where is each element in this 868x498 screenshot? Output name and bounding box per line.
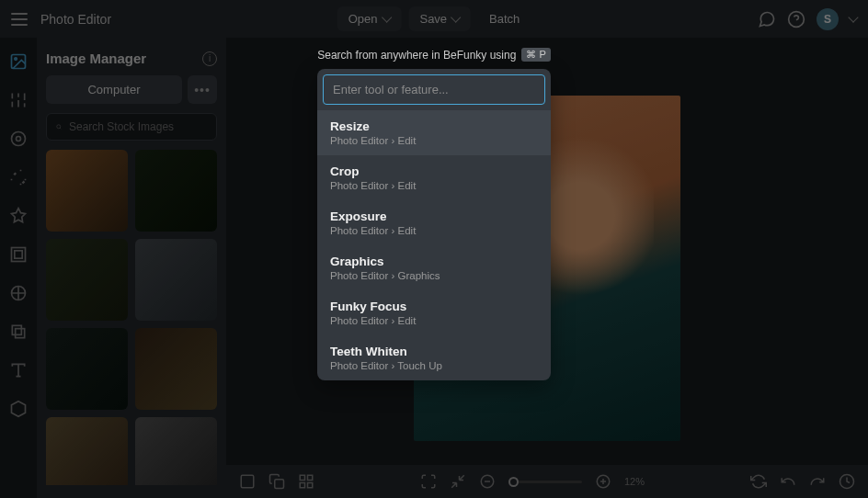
- palette-item-graphics[interactable]: Graphics Photo Editor › Graphics: [317, 245, 551, 290]
- palette-item-resize[interactable]: Resize Photo Editor › Edit: [317, 110, 551, 155]
- palette-list: Resize Photo Editor › Edit Crop Photo Ed…: [317, 110, 551, 380]
- palette-item-funky-focus[interactable]: Funky Focus Photo Editor › Edit: [317, 290, 551, 335]
- command-palette-overlay[interactable]: Search from anywhere in BeFunky using ⌘ …: [0, 0, 868, 498]
- palette-hint: Search from anywhere in BeFunky using ⌘ …: [317, 48, 551, 62]
- palette-item-teeth-whiten[interactable]: Teeth Whiten Photo Editor › Touch Up: [317, 335, 551, 380]
- palette-search-input[interactable]: [323, 74, 545, 105]
- kbd-shortcut: ⌘ P: [521, 48, 550, 62]
- palette-item-exposure[interactable]: Exposure Photo Editor › Edit: [317, 200, 551, 245]
- command-palette: Resize Photo Editor › Edit Crop Photo Ed…: [317, 69, 551, 380]
- palette-item-crop[interactable]: Crop Photo Editor › Edit: [317, 155, 551, 200]
